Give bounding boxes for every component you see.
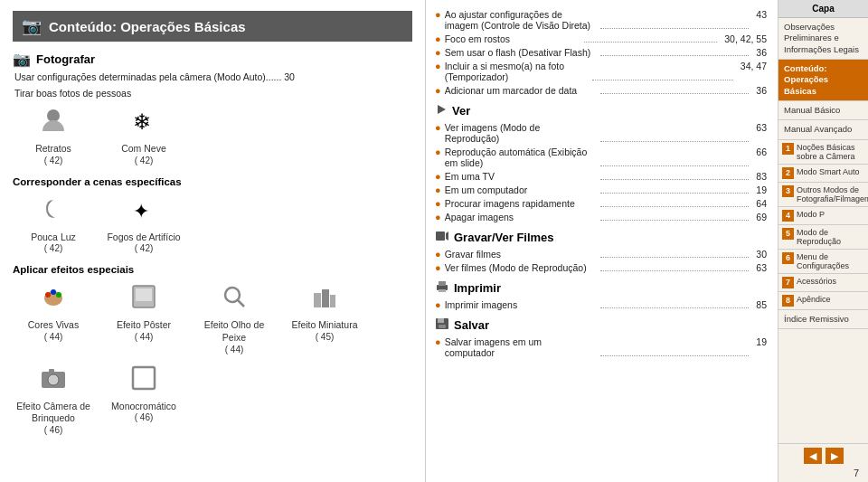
print-icon — [435, 280, 449, 296]
toc-text: Ao ajustar configurações de imagem (Cont… — [445, 9, 593, 31]
sidebar-numbered-6[interactable]: 6Menu de Configurações — [778, 250, 868, 274]
toc-bullet: ● — [435, 198, 441, 209]
toc-page: 30, 42, 55 — [724, 33, 767, 44]
svg-text:✦: ✦ — [133, 200, 149, 222]
svg-point-15 — [48, 374, 59, 385]
toc-dots — [592, 80, 733, 80]
efeitos-icons: Cores Vivas( 44)Efeito Pôster( 44)Efeito… — [13, 282, 412, 435]
icon-item: Monocromático( 46) — [103, 364, 184, 435]
sidebar-numbered-8[interactable]: 8Apêndice — [778, 292, 868, 310]
toc-item: ●Ver filmes (Modo de Reprodução)63 — [435, 262, 767, 273]
sidebar-numbered-7[interactable]: 7Acessórios — [778, 274, 868, 292]
svg-rect-26 — [439, 325, 446, 328]
svg-text:❄: ❄ — [133, 109, 151, 134]
icon-page-ref: ( 44) — [135, 332, 154, 342]
cenas-icons: Pouca Luz( 42)✦Fogos de Artifício( 42) — [13, 194, 412, 254]
play-icon — [435, 103, 448, 118]
imprimir-list: ●Imprimir imagens85 — [435, 299, 767, 310]
icon-item: Efeito Olho de Peixe( 44) — [193, 282, 275, 354]
efeitos-heading: Aplicar efeitos especiais — [13, 264, 412, 275]
middle-panel: ●Ao ajustar configurações de imagem (Con… — [425, 0, 778, 482]
sidebar-numbered-2[interactable]: 2Modo Smart Auto — [778, 165, 868, 183]
sidebar-numbered-3[interactable]: 3Outros Modos de Fotografia/Filmagem — [778, 183, 868, 207]
icon-item: Retratos( 42) — [13, 106, 94, 165]
sidebar-num-badge: 3 — [782, 185, 794, 197]
toc-bullet: ● — [435, 146, 441, 157]
toc-bullet: ● — [435, 171, 441, 182]
right-sidebar: Capa Observações Preliminares e Informaç… — [778, 0, 868, 482]
icon-item: Cores Vivas( 44) — [13, 282, 94, 354]
toc-dots — [600, 179, 749, 180]
sidebar-item-indice[interactable]: Índice Remissivo — [778, 310, 868, 329]
svg-rect-12 — [322, 289, 329, 307]
toc-text: Sem usar o flash (Desativar Flash) — [445, 47, 593, 58]
item-icon: ❄ — [129, 106, 158, 141]
toc-item: ●Apagar imagens69 — [435, 212, 767, 222]
toc-page: 63 — [756, 122, 767, 133]
left-panel: 📷 Conteúdo: Operações Básicas 📷 Fotograf… — [0, 0, 425, 482]
icon-item: Efeito Pôster( 44) — [103, 282, 184, 354]
sidebar-num-label: Apêndice — [797, 295, 831, 304]
toc-text: Incluir a si mesmo(a) na foto (Temporiza… — [445, 61, 586, 82]
svg-rect-13 — [330, 295, 335, 307]
sidebar-item-conteudo[interactable]: Conteúdo: Operações Básicas — [778, 60, 868, 101]
toc-page: 19 — [756, 336, 767, 347]
toc-text: Foco em rostos — [445, 33, 578, 44]
toc-bullet: ● — [435, 184, 441, 195]
toc-dots — [600, 141, 749, 142]
toc-text: Procurar imagens rapidamente — [445, 198, 593, 209]
icon-page-ref: ( 42) — [135, 156, 154, 165]
toc-page: 43 — [756, 9, 767, 20]
icon-item: Pouca Luz( 42) — [13, 194, 94, 254]
toc-page: 36 — [756, 47, 767, 58]
svg-rect-11 — [314, 293, 321, 307]
sidebar-numbered-1[interactable]: 1Noções Básicas sobre a Câmera — [778, 140, 868, 165]
item-icon — [129, 282, 158, 317]
sidebar-capa[interactable]: Capa — [778, 0, 868, 18]
toc-dots — [600, 307, 749, 308]
toc-text: Em uma TV — [445, 171, 593, 182]
toc-bullet: ● — [435, 9, 441, 20]
sidebar-num-label: Modo Smart Auto — [797, 167, 860, 176]
sidebar-num-label: Modo de Reprodução — [797, 228, 864, 246]
icon-label: Efeito Olho de Peixe — [193, 319, 275, 344]
toc-page: 85 — [756, 299, 767, 310]
fotografar-heading: 📷 Fotografar — [13, 51, 412, 68]
sidebar-item-obs[interactable]: Observações Preliminares e Informações L… — [778, 18, 868, 60]
toc-dots — [600, 93, 749, 94]
icon-label: Fogos de Artifício — [107, 232, 180, 244]
sidebar-numbered-5[interactable]: 5Modo de Reprodução — [778, 225, 868, 250]
sidebar-num-badge: 5 — [782, 228, 794, 240]
toc-text: Salvar imagens em um computador — [445, 336, 593, 358]
toc-page: 36 — [756, 85, 767, 96]
icon-item: Efeito Miniatura( 45) — [284, 282, 365, 354]
toc-item: ●Gravar filmes30 — [435, 249, 767, 260]
toc-item: ●Sem usar o flash (Desativar Flash)36 — [435, 47, 767, 58]
toc-item: ●Salvar imagens em um computador19 — [435, 336, 767, 358]
icon-label: Efeito Câmera de Brinquedo — [13, 401, 94, 425]
toc-page: 19 — [756, 184, 767, 195]
video-icon — [435, 230, 449, 245]
svg-point-6 — [56, 292, 61, 298]
toc-dots — [600, 257, 749, 258]
toc-bullet: ● — [435, 47, 441, 58]
icon-page-ref: ( 46) — [44, 425, 63, 435]
toc-item: ●Ver imagens (Modo de Reprodução)63 — [435, 122, 767, 144]
toc-dots — [600, 206, 749, 207]
toc-item: ●Imprimir imagens85 — [435, 299, 767, 310]
sidebar-numbered-4[interactable]: 4Modo P — [778, 207, 868, 225]
toc-text: Em um computador — [445, 184, 593, 195]
toc-text: Ver imagens (Modo de Reprodução) — [445, 122, 593, 144]
sidebar-item-manual-avancado[interactable]: Manual Avançado — [778, 120, 868, 139]
svg-rect-16 — [49, 369, 54, 373]
next-button[interactable]: ▶ — [826, 448, 844, 464]
sidebar-item-manual-basico[interactable]: Manual Básico — [778, 101, 868, 120]
icon-page-ref: ( 42) — [44, 243, 63, 253]
icon-item: ❄Com Neve( 42) — [103, 106, 184, 165]
item-icon — [129, 364, 158, 399]
toc-item: ●Incluir a si mesmo(a) na foto (Temporiz… — [435, 61, 767, 82]
svg-point-9 — [225, 288, 240, 302]
toc-item: ●Reprodução automática (Exibição em slid… — [435, 146, 767, 168]
ver-list: ●Ver imagens (Modo de Reprodução)63●Repr… — [435, 122, 767, 222]
prev-button[interactable]: ◀ — [804, 448, 822, 464]
